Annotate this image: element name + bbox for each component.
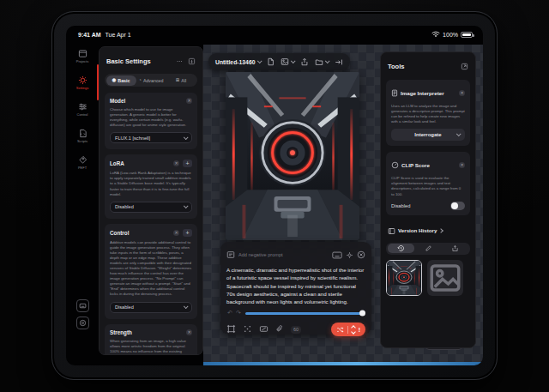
advanced-tab-icon: ◔ — [139, 78, 142, 83]
share-icon[interactable] — [300, 54, 309, 69]
divider — [347, 326, 348, 334]
all-tab-icon: ⊞ — [176, 78, 180, 83]
image-interpreter-description: Uses an LLM to analyze the image and gen… — [391, 104, 465, 124]
wifi-icon — [431, 31, 440, 39]
battery-percent: 100% — [443, 32, 458, 38]
slider-knob[interactable] — [359, 311, 365, 317]
panel-title: Basic Settings — [106, 57, 151, 65]
strength-description: When generating from an image, a high va… — [110, 339, 192, 355]
chevron-down-icon — [184, 204, 189, 209]
generated-image[interactable] — [226, 72, 359, 240]
prompt-strength-slider[interactable] — [245, 312, 365, 315]
more-icon[interactable] — [176, 53, 184, 69]
battery-icon — [461, 32, 473, 38]
export-tab[interactable] — [442, 244, 469, 253]
prompt-panel: Add negative prompt — [220, 242, 371, 335]
tab-all[interactable]: ⊞ All — [166, 75, 196, 86]
sidebar-item-label: Settings — [76, 86, 88, 90]
add-control-button[interactable]: + — [183, 229, 192, 237]
clip-score-title: CLIP Score — [401, 162, 456, 168]
interrogate-button[interactable]: Interrogate — [391, 129, 465, 141]
lora-card: LoRA ✕ + LoRA (Low-rank Rank Adaptation)… — [105, 154, 197, 218]
history-tab[interactable] — [388, 244, 415, 253]
chevron-down-icon — [184, 135, 189, 140]
expand-icon[interactable] — [357, 247, 365, 262]
sidebar-item-peft[interactable]: PEFT — [66, 149, 99, 175]
collapse-panel-icon[interactable] — [335, 54, 343, 69]
clip-score-toggle-label: Disabled — [391, 203, 411, 208]
negative-prompt-icon[interactable] — [226, 247, 235, 262]
redo-icon[interactable]: ↷ — [236, 310, 241, 317]
version-history-title: Version History — [398, 227, 437, 233]
dismiss-help-icon[interactable]: ✕ — [459, 162, 465, 168]
model-dropdown[interactable]: FLUX.1 [schnell] — [110, 132, 192, 143]
lora-description: LoRA (Low-rank Rank Adaptation) is a tec… — [110, 171, 192, 196]
sidebar-item-projects[interactable]: Projects — [66, 43, 99, 69]
lora-dropdown[interactable]: Disabled — [110, 202, 192, 213]
dismiss-help-icon[interactable]: ✕ — [173, 230, 179, 236]
tab-basic[interactable]: ◉ Basic — [106, 75, 136, 86]
settings-tabs: ◉ Basic ◔ Advanced ⊞ All — [105, 74, 197, 87]
keyboard-shortcuts-button[interactable] — [76, 299, 89, 312]
chevron-down-icon — [456, 132, 462, 137]
edit-tab[interactable] — [414, 244, 442, 253]
sidebar-item-label: Projects — [76, 59, 88, 63]
keyboard-icon[interactable] — [332, 247, 342, 262]
aspect-ratio-icon[interactable] — [259, 322, 268, 337]
clock: 9:41 AM — [78, 32, 101, 38]
clip-score-toggle[interactable] — [450, 202, 465, 210]
sidebar-item-control[interactable]: Control — [66, 96, 99, 122]
canvas-toolbar: Untitled-13460 — [208, 53, 350, 70]
sidebar-item-label: Control — [77, 112, 88, 117]
document-title-menu[interactable]: Untitled-13460 — [215, 59, 261, 65]
version-history-tabs — [386, 243, 470, 255]
dismiss-help-icon[interactable]: ✕ — [186, 98, 192, 104]
dismiss-help-icon[interactable]: ✕ — [173, 160, 179, 166]
control-dropdown[interactable]: Disabled — [110, 302, 192, 313]
canvas-edge-highlight — [203, 362, 483, 365]
dismiss-help-icon[interactable]: ✕ — [186, 329, 192, 335]
model-description: Choose which model to use for image gene… — [110, 107, 192, 128]
version-thumbnail-current[interactable] — [386, 260, 422, 296]
image-interpreter-card: Image Interpreter ✕ Uses an LLM to analy… — [386, 80, 470, 146]
generate-button[interactable]: ! — [331, 323, 365, 336]
sidebar-rail: Projects Settings Control Scripts — [66, 43, 99, 365]
strength-title: Strength — [110, 329, 183, 335]
version-thumbnail-empty[interactable] — [427, 260, 463, 296]
image-interpreter-title: Image Interpreter — [401, 90, 456, 96]
insert-image-menu[interactable] — [281, 57, 294, 66]
dismiss-help-icon[interactable]: ✕ — [459, 90, 465, 96]
sidebar-item-scripts[interactable]: Scripts — [66, 123, 99, 148]
folder-menu[interactable] — [315, 58, 329, 66]
sidebar-item-settings[interactable]: Settings — [66, 69, 99, 95]
generate-mark: ! — [359, 327, 360, 333]
chevron-down-icon — [325, 58, 330, 63]
paperclip-icon[interactable] — [275, 322, 284, 337]
export-panel-icon[interactable] — [461, 58, 468, 74]
basic-tab-icon: ◉ — [112, 78, 117, 83]
image-placeholder-icon — [427, 260, 463, 296]
tab-advanced[interactable]: ◔ Advanced — [136, 75, 166, 86]
batch-stepper[interactable] — [352, 326, 355, 334]
date: Tue Apr 1 — [106, 32, 131, 38]
negative-prompt-input[interactable]: Add negative prompt — [238, 252, 329, 257]
shuffle-seed-icon — [336, 322, 344, 337]
clip-score-card: CLIP Score ✕ CLIP Score is used to evalu… — [386, 152, 470, 214]
chevron-down-icon — [184, 305, 189, 310]
control-card: Control ✕ + Additive models can provide … — [105, 224, 197, 319]
add-lora-button[interactable]: + — [183, 160, 192, 167]
save-settings-icon[interactable] — [188, 53, 196, 69]
crop-canvas-icon[interactable] — [226, 322, 236, 337]
new-document-icon[interactable] — [267, 54, 274, 69]
settings-small-icon[interactable] — [346, 247, 353, 262]
strength-card: Strength ✕ When generating from an image… — [105, 324, 197, 355]
app-settings-button[interactable] — [76, 317, 89, 329]
prompt-text[interactable]: A cinematic, dramatic and hyperrealistic… — [226, 266, 365, 305]
version-history-section: Version History — [386, 221, 470, 296]
chevron-right-icon[interactable] — [439, 228, 444, 233]
chevron-down-icon — [291, 58, 296, 63]
undo-icon[interactable]: ↶ — [227, 310, 232, 317]
clip-score-description: CLIP Score is used to evaluate the align… — [391, 176, 465, 196]
dither-icon[interactable] — [243, 322, 252, 337]
steps-badge[interactable]: 60 — [291, 326, 301, 334]
